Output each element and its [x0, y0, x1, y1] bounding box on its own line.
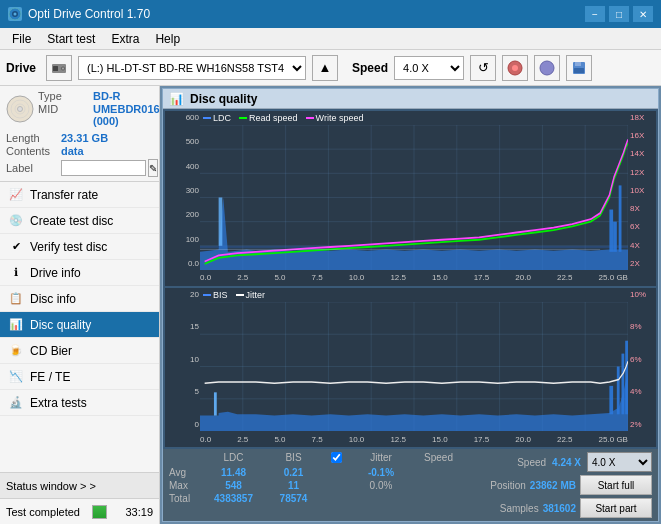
- verify-disc-icon: ✔: [8, 239, 24, 255]
- position-label: Position: [490, 480, 526, 491]
- stats-content: LDC BIS Jitter Speed Avg 11.48: [169, 452, 652, 518]
- type-row: Type BD-R: [38, 90, 160, 102]
- start-full-button[interactable]: Start full: [580, 475, 652, 495]
- avg-label: Avg: [169, 467, 201, 478]
- charts-container: LDC Read speed Write speed 600: [163, 109, 658, 449]
- disc-info-panel: Type BD-R MID UMEBDR016 (000) Length 23.…: [0, 86, 159, 182]
- top-chart-y-axis-left: 600 500 400 300 200 100 0.0: [165, 111, 200, 270]
- disc-icon: [6, 95, 34, 123]
- max-bis: 11: [266, 480, 321, 491]
- bottom-chart-svg: [200, 302, 628, 431]
- progress-bar: [92, 505, 107, 519]
- top-chart-canvas: [200, 125, 628, 270]
- start-part-button[interactable]: Start part: [580, 498, 652, 518]
- bottom-chart-legend: BIS Jitter: [203, 290, 265, 300]
- jitter-checkbox[interactable]: [331, 452, 342, 463]
- type-val: BD-R: [93, 90, 121, 102]
- max-jitter: 0.0%: [351, 480, 411, 491]
- right-stats-area: Speed 4.24 X 4.0 X 2.0 X 1.0 X Position …: [490, 452, 652, 518]
- avg-bis: 0.21: [266, 467, 321, 478]
- svg-rect-54: [609, 386, 613, 414]
- max-row: Max 548 11 0.0%: [169, 480, 490, 491]
- label-edit-button[interactable]: ✎: [148, 159, 158, 177]
- sidebar-item-disc-info[interactable]: 📋 Disc info: [0, 286, 159, 312]
- svg-point-6: [62, 67, 64, 69]
- position-row: Position 23862 MB Start full: [490, 475, 652, 495]
- svg-point-2: [14, 13, 17, 16]
- svg-rect-4: [53, 66, 58, 71]
- length-val: 23.31 GB: [61, 132, 108, 144]
- titlebar-controls: − □ ✕: [585, 6, 653, 22]
- label-row: Label ✎: [6, 159, 153, 177]
- svg-rect-53: [214, 392, 217, 415]
- menu-extra[interactable]: Extra: [103, 30, 147, 48]
- svg-rect-57: [625, 341, 628, 415]
- panel-title: Disc quality: [190, 92, 257, 106]
- max-label: Max: [169, 480, 201, 491]
- sidebar-item-disc-quality[interactable]: 📊 Disc quality: [0, 312, 159, 338]
- legend-bis: BIS: [203, 290, 228, 300]
- top-chart-x-axis: 0.0 2.5 5.0 7.5 10.0 12.5 15.0 17.5 20.0…: [200, 270, 628, 286]
- progress-bar-fill: [93, 506, 106, 518]
- menu-file[interactable]: File: [4, 30, 39, 48]
- progress-area: Test completed 33:19: [0, 498, 159, 524]
- svg-rect-11: [575, 62, 581, 66]
- sidebar-item-cd-bier[interactable]: 🍺 CD Bier: [0, 338, 159, 364]
- svg-rect-35: [609, 210, 613, 252]
- speed-stat-val: 4.24 X: [552, 457, 581, 468]
- close-button[interactable]: ✕: [633, 6, 653, 22]
- svg-rect-36: [613, 222, 617, 252]
- stats-header-row: LDC BIS Jitter Speed: [169, 452, 490, 465]
- label-key: Label: [6, 162, 61, 174]
- maximize-button[interactable]: □: [609, 6, 629, 22]
- svg-rect-33: [200, 246, 628, 248]
- extra-tests-icon: 🔬: [8, 395, 24, 411]
- total-ldc: 4383857: [201, 493, 266, 504]
- mid-val: UMEBDR016 (000): [93, 103, 160, 127]
- menubar: File Start test Extra Help: [0, 28, 661, 50]
- transfer-rate-icon: 📈: [8, 187, 24, 203]
- sidebar-item-extra-tests[interactable]: 🔬 Extra tests: [0, 390, 159, 416]
- theme-button[interactable]: [534, 55, 560, 81]
- menu-help[interactable]: Help: [147, 30, 188, 48]
- drive-info-icon: ℹ: [8, 265, 24, 281]
- titlebar-left: Opti Drive Control 1.70: [8, 7, 150, 21]
- bis-header: BIS: [266, 452, 321, 465]
- save-button[interactable]: [566, 55, 592, 81]
- disc-info-icon: 📋: [8, 291, 24, 307]
- minimize-button[interactable]: −: [585, 6, 605, 22]
- main-layout: Type BD-R MID UMEBDR016 (000) Length 23.…: [0, 86, 661, 524]
- sidebar-item-create-test-disc[interactable]: 💿 Create test disc: [0, 208, 159, 234]
- settings-button[interactable]: [502, 55, 528, 81]
- content-area: 📊 Disc quality LDC Read speed: [160, 86, 661, 524]
- sidebar-item-transfer-rate[interactable]: 📈 Transfer rate: [0, 182, 159, 208]
- refresh-button[interactable]: ↺: [470, 55, 496, 81]
- legend-write-speed: Write speed: [306, 113, 364, 123]
- drive-icon-button[interactable]: [46, 55, 72, 81]
- speed-label: Speed: [352, 61, 388, 75]
- drive-selector[interactable]: (L:) HL-DT-ST BD-RE WH16NS58 TST4: [78, 56, 306, 80]
- position-val: 23862 MB: [530, 480, 576, 491]
- bottom-chart: BIS Jitter 20 15 10 5 0: [165, 288, 656, 447]
- avg-row: Avg 11.48 0.21 -0.1%: [169, 467, 490, 478]
- menu-start-test[interactable]: Start test: [39, 30, 103, 48]
- total-bis: 78574: [266, 493, 321, 504]
- status-window[interactable]: Status window > >: [0, 472, 159, 498]
- disc-info-header: Type BD-R MID UMEBDR016 (000): [6, 90, 153, 128]
- sidebar-item-verify-test-disc[interactable]: ✔ Verify test disc: [0, 234, 159, 260]
- length-key: Length: [6, 132, 61, 144]
- sidebar-item-drive-info[interactable]: ℹ Drive info: [0, 260, 159, 286]
- sidebar-item-fe-te[interactable]: 📉 FE / TE: [0, 364, 159, 390]
- fe-te-icon: 📉: [8, 369, 24, 385]
- svg-point-9: [540, 61, 554, 75]
- speed-row: Speed 4.24 X 4.0 X 2.0 X 1.0 X: [517, 452, 652, 472]
- disc-quality-panel: 📊 Disc quality LDC Read speed: [162, 88, 659, 522]
- eject-button[interactable]: ▲: [312, 55, 338, 81]
- speed-header: Speed: [411, 452, 466, 465]
- speed-selector[interactable]: 4.0 X 2.0 X 1.0 X 8.0 X: [394, 56, 464, 80]
- jitter-header: Jitter: [351, 452, 411, 465]
- stats-area: LDC BIS Jitter Speed Avg 11.48: [163, 449, 658, 521]
- status-text: Test completed: [6, 506, 86, 518]
- speed-stat-select[interactable]: 4.0 X 2.0 X 1.0 X: [587, 452, 652, 472]
- label-input[interactable]: [61, 160, 146, 176]
